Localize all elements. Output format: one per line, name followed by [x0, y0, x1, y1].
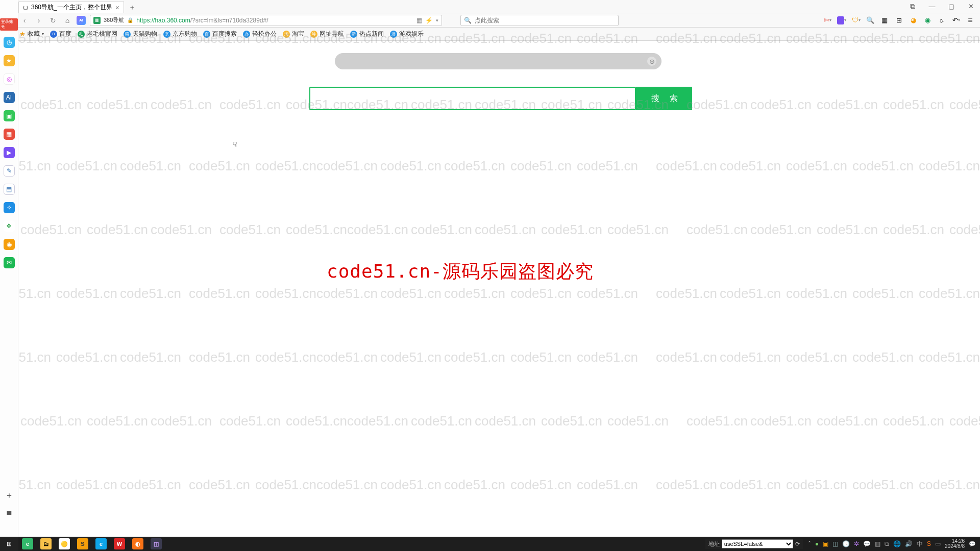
taskbar-clock[interactable]: 14:26 2024/8/8 — [945, 539, 965, 549]
task-app-7[interactable]: ◐ — [129, 537, 147, 551]
sidebar-app-8[interactable]: ✎ — [4, 165, 15, 177]
favorites-label: 收藏 — [28, 30, 40, 38]
main-search-input[interactable] — [309, 87, 636, 110]
tray-icon-4[interactable]: 🕓 — [842, 540, 850, 547]
bookmark-baidu[interactable]: B百度 — [50, 30, 71, 38]
task-app-ide[interactable]: ◫ — [147, 537, 165, 551]
addr-speed-icon[interactable]: ⚡ — [425, 17, 433, 24]
tray-icon-12[interactable]: S — [927, 540, 931, 547]
bookmark-tmall[interactable]: 猫天猫购物 — [124, 30, 157, 38]
bookmark-laomaotao[interactable]: 毛老毛桃官网 — [78, 30, 117, 38]
task-app-explorer[interactable]: 🗂 — [37, 537, 55, 551]
main-search: 搜 索 — [309, 87, 692, 110]
screenshot-icon[interactable]: ✄▾ — [823, 16, 832, 25]
bookmark-games[interactable]: 游游戏娱乐 — [390, 30, 424, 38]
system-tray: ˄ ● ▣ ◫ 🕓 ✲ 💬 ▥ ⧉ 🌐 🔊 中 S ▭ — [808, 540, 941, 548]
sidebar-add-icon[interactable]: ＋ — [5, 490, 13, 501]
search-icon: 🔍 — [464, 17, 472, 24]
favorites-button[interactable]: ★ 收藏 ▾ — [19, 30, 44, 38]
login-badge[interactable]: 登录账号 — [0, 18, 18, 31]
window-tabs-icon[interactable]: ⧉ — [903, 0, 922, 13]
task-addr-refresh-icon[interactable]: ⟳ — [795, 541, 800, 547]
task-app-chrome[interactable]: 🟡 — [55, 537, 74, 551]
sidebar-app-2[interactable]: ★ — [4, 55, 15, 66]
tray-ime-icon[interactable]: 中 — [917, 540, 923, 548]
nav-back-icon[interactable]: ‹ — [19, 15, 30, 26]
toolbar-undo-icon[interactable]: ↶▾ — [951, 16, 961, 25]
sidebar-app-12[interactable]: ◉ — [4, 239, 15, 250]
tray-icon-8[interactable]: ⧉ — [885, 540, 889, 547]
addr-dropdown-icon[interactable]: ▾ — [436, 18, 438, 23]
task-app-edge[interactable]: e — [92, 537, 110, 551]
toolbar-color1-icon[interactable]: ◕ — [909, 16, 918, 25]
tray-up-icon[interactable]: ˄ — [808, 540, 811, 547]
toolbar-color2-icon[interactable]: ◉ — [923, 16, 932, 25]
tray-network-icon[interactable]: 🌐 — [893, 540, 901, 547]
sidebar-app-6[interactable]: ▦ — [4, 129, 15, 140]
browser-left-sidebar: 登录账号 ◷ ★ ◎ AI ▣ ▦ ▶ ✎ ▤ ✧ ❖ ◉ ✉ ＋ ≣ — [0, 0, 18, 537]
tray-notifications-icon[interactable]: 💬 — [968, 541, 977, 547]
new-tab-button[interactable]: ＋ — [126, 3, 138, 13]
task-app-wps[interactable]: W — [110, 537, 129, 551]
sidebar-app-5[interactable]: ▣ — [4, 110, 15, 121]
task-app-sublime[interactable]: S — [74, 537, 92, 551]
bookmarks-bar: ★ 收藏 ▾ B百度 毛老毛桃官网 猫天猫购物 京京东购物 百百度搜索 办轻松办… — [0, 28, 980, 41]
start-button[interactable]: ⊞ — [0, 537, 18, 551]
omnibox-search[interactable]: 🔍 — [460, 15, 619, 26]
bookmark-baidu-search[interactable]: 百百度搜索 — [203, 30, 237, 38]
shield-icon[interactable]: 🛡▾ — [851, 16, 861, 25]
task-app-browser[interactable]: e — [18, 537, 37, 551]
zoom-plus-icon[interactable]: 🔍 — [866, 16, 875, 25]
addr-qr-icon[interactable]: ▦ — [416, 17, 422, 24]
toolbar-grid-icon[interactable]: ▦ — [880, 16, 889, 25]
sidebar-app-4[interactable]: AI — [4, 92, 15, 103]
window-close-icon[interactable]: ✕ — [962, 0, 980, 13]
bookmark-jd[interactable]: 京京东购物 — [163, 30, 197, 38]
lock-icon: 🔒 — [127, 17, 133, 23]
sidebar-app-7[interactable]: ▶ — [4, 147, 15, 158]
omnibox-search-input[interactable] — [475, 17, 615, 24]
window-maximize-icon[interactable]: ▢ — [942, 0, 961, 13]
address-bar-row: ‹ › ↻ ⌂ AI ▦ 360导航 🔒 https://hao.360.com… — [0, 13, 980, 28]
bookmark-office[interactable]: 办轻松办公 — [243, 30, 277, 38]
sidebar-list-icon[interactable]: ≣ — [6, 508, 12, 516]
bookmark-nav[interactable]: 导网址导航 — [310, 30, 344, 38]
tray-wechat-icon[interactable]: 💬 — [863, 540, 871, 547]
tray-icon-3[interactable]: ◫ — [832, 540, 838, 547]
tab-strip: 360导航_一个主页，整个世界 × ＋ ⧉ — ▢ ✕ — [0, 0, 980, 13]
sidebar-app-9[interactable]: ▤ — [4, 184, 15, 195]
toolbar-sun-icon[interactable]: ☼ — [937, 16, 946, 25]
tray-volume-icon[interactable]: 🔊 — [905, 540, 913, 547]
window-minimize-icon[interactable]: — — [923, 0, 941, 13]
clock-date: 2024/8/8 — [945, 544, 965, 549]
nav-reload-icon[interactable]: ↻ — [48, 15, 58, 26]
bookmark-news[interactable]: 新热点新闻 — [350, 30, 384, 38]
task-address-field[interactable]: 地址 useSSL=false& ⟳ — [705, 539, 803, 549]
browser-tab[interactable]: 360导航_一个主页，整个世界 × — [18, 1, 124, 13]
tray-icon-7[interactable]: ▥ — [875, 540, 880, 547]
tray-battery-icon[interactable]: ▭ — [935, 540, 941, 547]
nav-forward-icon[interactable]: › — [34, 15, 44, 26]
sidebar-app-3[interactable]: ◎ — [4, 73, 15, 85]
bookmark-taobao[interactable]: 淘淘宝 — [283, 30, 304, 38]
tab-close-icon[interactable]: × — [115, 4, 119, 12]
sidebar-app-11[interactable]: ❖ — [4, 220, 15, 232]
sidebar-app-1[interactable]: ◷ — [4, 37, 15, 48]
pill-add-icon[interactable]: ⊕ — [647, 57, 656, 66]
sidebar-app-13[interactable]: ✉ — [4, 257, 15, 268]
nav-home-icon[interactable]: ⌂ — [62, 15, 72, 26]
nav-ai-icon[interactable]: AI — [77, 16, 86, 25]
top-pill-bar[interactable]: ⊕ — [335, 53, 662, 69]
toolbar-purple-icon[interactable]: ▾ — [837, 16, 846, 25]
address-field[interactable]: ▦ 360导航 🔒 https://hao.360.com/?src=lm&ls… — [90, 15, 442, 26]
tray-icon-5[interactable]: ✲ — [854, 540, 859, 547]
toolbar-icons: ✄▾ ▾ 🛡▾ 🔍 ▦ ⊞ ◕ ◉ ☼ ↶▾ ≡ — [823, 16, 977, 25]
task-addr-select[interactable]: useSSL=false& — [722, 539, 793, 548]
main-search-button[interactable]: 搜 索 — [636, 87, 692, 110]
toolbar-extensions-icon[interactable]: ⊞ — [894, 16, 903, 25]
sidebar-app-10[interactable]: ✧ — [4, 202, 15, 213]
taskbar-right: 地址 useSSL=false& ⟳ ˄ ● ▣ ◫ 🕓 ✲ 💬 ▥ ⧉ 🌐 🔊… — [705, 539, 980, 549]
tray-icon-2[interactable]: ▣ — [823, 540, 828, 547]
hamburger-menu-icon[interactable]: ≡ — [966, 16, 975, 25]
tray-icon-1[interactable]: ● — [815, 540, 819, 547]
